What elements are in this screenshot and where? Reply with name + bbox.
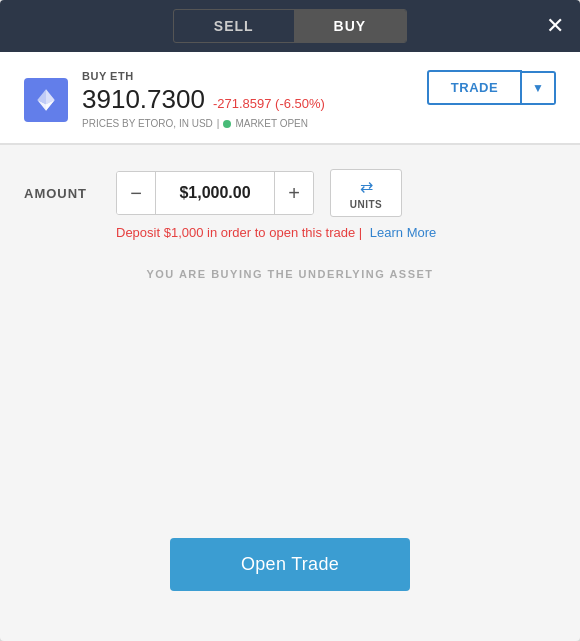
units-label: UNITS [350,199,383,210]
close-button[interactable]: ✕ [546,15,564,37]
separator: | [217,118,220,129]
increment-button[interactable]: + [275,172,313,214]
tab-sell[interactable]: SELL [174,10,294,42]
amount-controls: − + [116,171,314,215]
market-status: MARKET OPEN [235,118,308,129]
amount-label: AMOUNT [24,186,104,201]
asset-price-row: 3910.7300 -271.8597 (-6.50%) [82,84,325,115]
underlying-notice: YOU ARE BUYING THE UNDERLYING ASSET [24,268,556,280]
asset-change: -271.8597 (-6.50%) [213,96,325,111]
units-swap-icon: ⇄ [360,177,373,196]
decrement-button[interactable]: − [117,172,155,214]
learn-more-link[interactable]: Learn More [370,225,436,240]
modal-header: SELL BUY ✕ [0,0,580,52]
deposit-notice: Deposit $1,000 in order to open this tra… [116,225,556,240]
tab-buy[interactable]: BUY [294,10,407,42]
spacer [24,290,556,538]
main-content: AMOUNT − + ⇄ UNITS Deposit $1,000 in ord… [0,145,580,641]
tab-group: SELL BUY [173,9,407,43]
asset-info: BUY ETH 3910.7300 -271.8597 (-6.50%) PRI… [82,70,325,129]
asset-section: BUY ETH 3910.7300 -271.8597 (-6.50%) PRI… [0,52,580,144]
units-toggle-button[interactable]: ⇄ UNITS [330,169,402,217]
open-trade-button[interactable]: Open Trade [170,538,410,591]
amount-input[interactable] [155,172,275,214]
asset-left: BUY ETH 3910.7300 -271.8597 (-6.50%) PRI… [24,70,325,129]
trade-button[interactable]: TRADE [427,70,522,105]
asset-price: 3910.7300 [82,84,205,115]
eth-icon [24,78,68,122]
trade-button-group: TRADE ▼ [427,70,556,105]
asset-meta-prefix: PRICES BY ETORO, IN USD [82,118,213,129]
trade-dropdown-button[interactable]: ▼ [522,71,556,105]
svg-marker-2 [46,89,55,104]
market-open-dot [223,120,231,128]
trade-modal: SELL BUY ✕ BUY ETH 3910.7300 -271.8597 (… [0,0,580,641]
deposit-text: Deposit $1,000 in order to open this tra… [116,225,362,240]
asset-meta: PRICES BY ETORO, IN USD | MARKET OPEN [82,118,325,129]
asset-action-label: BUY ETH [82,70,325,82]
amount-row: AMOUNT − + ⇄ UNITS [24,169,556,217]
